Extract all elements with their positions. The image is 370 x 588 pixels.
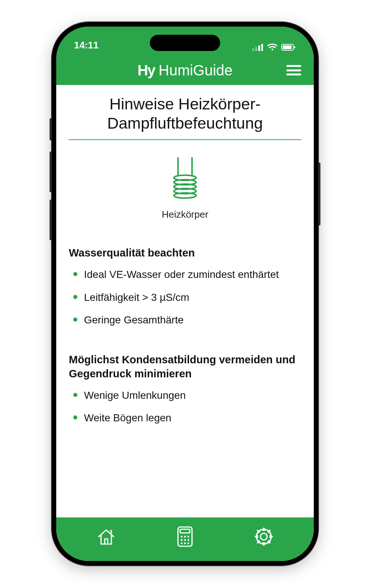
svg-point-22 — [187, 539, 189, 541]
status-time: 14:11 — [74, 40, 99, 51]
brand-logo: Hy — [137, 62, 155, 79]
list-item: Leitfähigkeit > 3 µS/cm — [69, 290, 301, 313]
svg-rect-3 — [261, 44, 263, 51]
bullet-icon — [73, 272, 77, 276]
heating-coil-icon — [168, 157, 202, 201]
bullet-icon — [73, 415, 77, 419]
list-item: Ideal VE-Wasser oder zumindest enthärtet — [69, 268, 301, 290]
home-icon — [96, 526, 117, 547]
svg-rect-7 — [294, 46, 295, 48]
svg-point-25 — [187, 543, 189, 544]
svg-rect-6 — [283, 45, 292, 49]
nav-calculator-button[interactable] — [172, 524, 198, 550]
bottom-nav — [56, 517, 314, 561]
list-item: Wenige Umlenkungen — [69, 388, 301, 411]
list-item-text: Geringe Gesamthärte — [84, 313, 184, 327]
svg-rect-16 — [180, 529, 190, 533]
gear-icon — [253, 526, 275, 547]
svg-point-19 — [187, 536, 189, 538]
sections: Wasserqualität beachtenIdeal VE-Wasser o… — [69, 246, 301, 434]
list-item-text: Weite Bögen legen — [84, 411, 171, 425]
svg-point-27 — [256, 529, 271, 544]
bullet-icon — [73, 393, 77, 397]
svg-point-23 — [181, 543, 182, 544]
app-brand: Hy HumiGuide — [137, 62, 232, 79]
hero-caption: Heizkörper — [162, 209, 208, 220]
phone-side-button — [50, 152, 52, 192]
phone-notch — [150, 35, 220, 51]
list-item-text: Wenige Umlenkungen — [84, 388, 186, 402]
content-area: Hinweise Heizkörper- Dampfluftbefeuchtun… — [56, 85, 314, 517]
phone-side-button — [50, 118, 52, 140]
svg-point-24 — [184, 543, 186, 544]
svg-point-18 — [184, 536, 186, 538]
svg-rect-2 — [258, 45, 260, 51]
brand-title: HumiGuide — [159, 62, 233, 79]
bullet-icon — [73, 317, 77, 322]
battery-icon — [281, 44, 296, 51]
nav-settings-button[interactable] — [251, 524, 277, 550]
phone-side-button — [50, 200, 52, 240]
section-title: Wasserqualität beachten — [69, 246, 301, 260]
svg-point-20 — [181, 539, 182, 541]
cellular-icon — [252, 44, 263, 51]
list-item: Geringe Gesamthärte — [69, 313, 301, 336]
list-item: Weite Bögen legen — [69, 411, 301, 434]
svg-point-21 — [184, 539, 186, 541]
section: Möglichst Kondensatbildung vermeiden und… — [69, 353, 301, 434]
nav-home-button[interactable] — [93, 524, 119, 550]
svg-point-17 — [181, 536, 182, 538]
svg-point-4 — [272, 49, 273, 51]
svg-rect-1 — [255, 47, 257, 51]
menu-button[interactable] — [286, 65, 301, 75]
svg-point-26 — [260, 533, 267, 540]
bullet-icon — [73, 295, 77, 299]
section-title: Möglichst Kondensatbildung vermeiden und… — [69, 353, 301, 381]
list-item-text: Ideal VE-Wasser oder zumindest enthärtet — [84, 268, 279, 282]
hamburger-icon — [286, 74, 301, 75]
page-title: Hinweise Heizkörper- Dampfluftbefeuchtun… — [69, 95, 301, 140]
status-indicators — [252, 44, 296, 51]
hamburger-icon — [286, 65, 301, 67]
wifi-icon — [267, 44, 278, 51]
phone-screen: 14:11 — [56, 27, 314, 561]
svg-rect-0 — [252, 48, 254, 51]
list-item-text: Leitfähigkeit > 3 µS/cm — [84, 290, 189, 305]
calculator-icon — [176, 526, 194, 548]
hero: Heizkörper — [69, 157, 301, 220]
phone-side-button — [318, 163, 320, 225]
phone-frame: 14:11 — [52, 22, 318, 565]
section: Wasserqualität beachtenIdeal VE-Wasser o… — [69, 246, 301, 336]
hamburger-icon — [286, 69, 301, 71]
app-header: Hy HumiGuide — [56, 55, 314, 85]
